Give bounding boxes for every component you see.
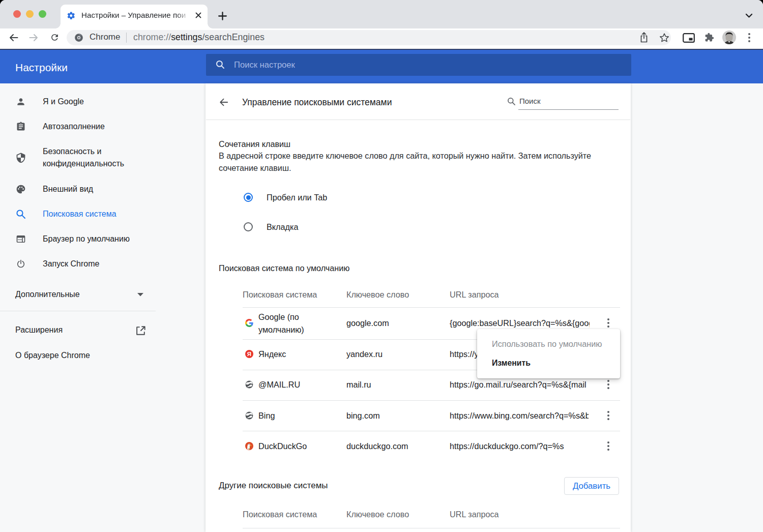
svg-text:Я: Я bbox=[247, 351, 251, 357]
